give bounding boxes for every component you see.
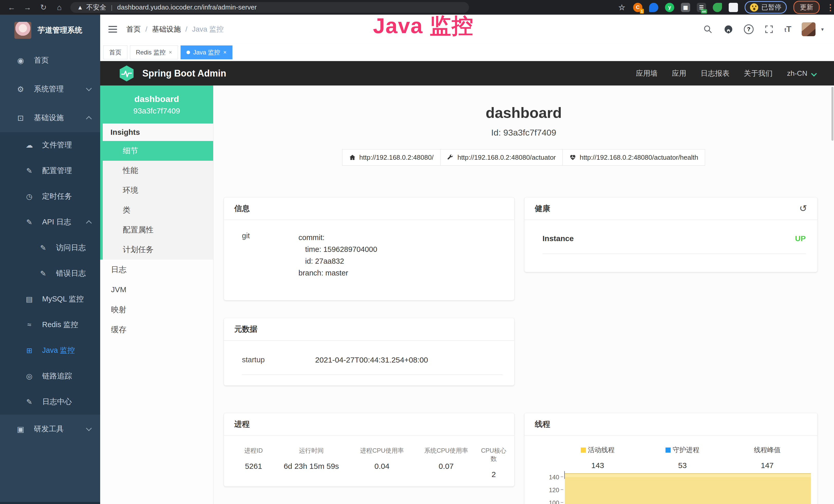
extension-list-icon[interactable]: ☰on — [697, 3, 706, 12]
extension-c-icon[interactable]: C1 — [633, 3, 642, 12]
app-brand[interactable]: 芋道管理系统 — [0, 15, 100, 46]
close-icon[interactable]: × — [223, 49, 226, 56]
font-size-icon[interactable]: tT — [785, 24, 791, 34]
sba-item-logs[interactable]: 日志 — [100, 259, 213, 280]
avatar-caret-icon[interactable]: ▾ — [821, 26, 824, 32]
ytick-100: 100 — [546, 499, 559, 504]
tab-java-monitor[interactable]: Java 监控 × — [180, 45, 233, 59]
instance-id: 93a3fc7f7409 — [133, 107, 180, 115]
extension-grid-icon[interactable]: ▦ — [681, 3, 690, 12]
chevron-down-icon — [86, 426, 92, 431]
sidebar-item-tracing[interactable]: ◎ 链路追踪 — [0, 363, 100, 389]
dashboard-icon: ◉ — [16, 56, 25, 65]
extension-pin-icon[interactable] — [649, 3, 658, 12]
sidebar-item-error-logs[interactable]: ✎ 错误日志 — [0, 260, 100, 286]
instance-header[interactable]: dashboard 93a3fc7f7409 — [100, 86, 213, 123]
paused-badge[interactable]: 已暂停 — [745, 1, 787, 14]
breadcrumb-home[interactable]: 首页 — [126, 24, 141, 34]
process-col-process-cpu: 进程CPU使用率 0.04 — [350, 446, 414, 479]
sidebar-toggle-icon[interactable] — [108, 26, 117, 32]
sba-nav-applications[interactable]: 应用 — [672, 69, 686, 78]
sidebar-item-infrastructure[interactable]: ⊡ 基础设施 — [0, 104, 100, 132]
chevron-down-icon — [86, 86, 92, 91]
reload-icon[interactable]: ↻ — [39, 3, 48, 12]
sba-locale-select[interactable]: zh-CN — [787, 69, 816, 77]
not-secure-label: 不安全 — [86, 3, 106, 12]
process-col-uptime: 运行时间 6d 23h 15m 59s — [273, 446, 350, 479]
app-logo — [14, 22, 31, 39]
app-brand-title: 芋道管理系统 — [38, 25, 82, 36]
sidebar-item-api-logs[interactable]: ✎ API 日志 — [0, 209, 100, 235]
sba-brand-title: Spring Boot Admin — [142, 68, 226, 79]
user-avatar[interactable] — [802, 22, 815, 36]
not-secure-icon: ▲ — [77, 4, 83, 11]
sba-nav-journal[interactable]: 日志报表 — [701, 69, 729, 78]
sba-sidebar: dashboard 93a3fc7f7409 Insights 细节 性能 环境… — [100, 86, 214, 504]
tab-home[interactable]: 首页 — [103, 45, 127, 59]
spring-boot-admin-logo — [118, 65, 135, 82]
close-icon[interactable]: × — [169, 49, 172, 56]
url-text: dashboard.yudao.iocoder.cn/infra/admin-s… — [117, 3, 257, 11]
sba-item-scheduled-tasks[interactable]: 计划任务 — [103, 240, 213, 259]
health-url-link[interactable]: http://192.168.0.2:48080/actuator/health — [563, 149, 705, 166]
sidebar-item-dev-tools[interactable]: ▣ 研发工具 — [0, 415, 100, 443]
sba-item-details[interactable]: 细节 — [100, 141, 213, 161]
status-badge: UP — [795, 234, 806, 243]
home-icon[interactable]: ⌂ — [55, 3, 64, 12]
health-instance-row[interactable]: Instance UP — [543, 234, 806, 254]
page-title: dashboard — [214, 104, 834, 121]
bookmark-star-icon[interactable]: ☆ — [617, 3, 627, 12]
sba-item-caches[interactable]: 缓存 — [100, 320, 213, 340]
sidebar-item-access-logs[interactable]: ✎ 访问日志 — [0, 235, 100, 260]
metadata-value: 2021-04-27T00:44:31.254+08:00 — [315, 356, 428, 364]
sidebar-item-mysql-monitor[interactable]: ▤ MySQL 监控 — [0, 286, 100, 312]
log-edit-icon: ✎ — [25, 398, 34, 406]
fullscreen-icon[interactable] — [764, 24, 774, 35]
sba-item-environment[interactable]: 环境 — [103, 181, 213, 200]
threads-chart: 140 120 100 — [546, 473, 811, 504]
sba-nav-about[interactable]: 关于我们 — [744, 69, 773, 78]
extension-y-icon[interactable]: y — [665, 3, 674, 12]
screen: ← → ↻ ⌂ ▲ 不安全 | dashboard.yudao.iocoder.… — [0, 0, 834, 504]
actuator-url-link[interactable]: http://192.168.0.2:48080/actuator — [440, 149, 563, 166]
sba-item-mappings[interactable]: 映射 — [100, 300, 213, 320]
ytick-120: 120 — [546, 486, 559, 494]
threads-card-title: 线程 — [535, 419, 550, 430]
sidebar-item-system-mgmt[interactable]: ⚙ 系统管理 — [0, 75, 100, 104]
github-icon[interactable] — [723, 24, 733, 35]
page-scrollbar[interactable] — [831, 87, 833, 141]
help-icon[interactable]: ? — [744, 24, 753, 34]
java-monitor-icon: ⊞ — [25, 346, 34, 355]
annotation-java-monitor: Java 监控 — [373, 11, 474, 41]
metadata-card-title: 元数据 — [234, 324, 257, 335]
metadata-key: startup — [242, 356, 315, 364]
extensions-puzzle-icon[interactable] — [729, 3, 738, 12]
browser-menu-icon[interactable]: ⋮ — [826, 6, 830, 9]
update-button[interactable]: 更新 — [793, 1, 820, 14]
breadcrumb-infrastructure[interactable]: 基础设施 — [152, 24, 181, 34]
sidebar-item-log-center[interactable]: ✎ 日志中心 — [0, 389, 100, 415]
chevron-up-icon — [86, 220, 92, 226]
live-threads-value: 143 — [555, 461, 640, 470]
search-icon[interactable] — [703, 24, 713, 35]
forward-icon[interactable]: → — [23, 3, 32, 12]
sidebar-item-redis-monitor[interactable]: ≈ Redis 监控 — [0, 312, 100, 338]
sidebar-item-home[interactable]: ◉ 首页 — [0, 46, 100, 75]
history-icon[interactable]: ↺ — [799, 203, 807, 214]
sba-item-metrics[interactable]: 性能 — [103, 161, 213, 181]
service-url-link[interactable]: http://192.168.0.2:48080/ — [342, 149, 440, 166]
sba-item-jvm[interactable]: JVM — [100, 280, 213, 300]
ytick-140: 140 — [546, 474, 559, 481]
sidebar-item-scheduled-jobs[interactable]: ◷ 定时任务 — [0, 184, 100, 209]
active-dot-icon — [186, 51, 190, 54]
tab-redis-monitor[interactable]: Redis 监控 × — [130, 45, 178, 59]
sidebar-item-file-mgmt[interactable]: ☁ 文件管理 — [0, 132, 100, 158]
back-icon[interactable]: ← — [7, 3, 16, 12]
sba-item-config-props[interactable]: 配置属性 — [103, 220, 213, 240]
sba-nav-wallboard[interactable]: 应用墙 — [636, 69, 658, 78]
instance-name: dashboard — [134, 94, 179, 104]
sidebar-item-config-mgmt[interactable]: ✎ 配置管理 — [0, 158, 100, 184]
sidebar-item-java-monitor[interactable]: ⊞ Java 监控 — [0, 338, 100, 363]
extension-sprout-icon[interactable] — [713, 3, 722, 12]
sba-item-classes[interactable]: 类 — [103, 200, 213, 220]
